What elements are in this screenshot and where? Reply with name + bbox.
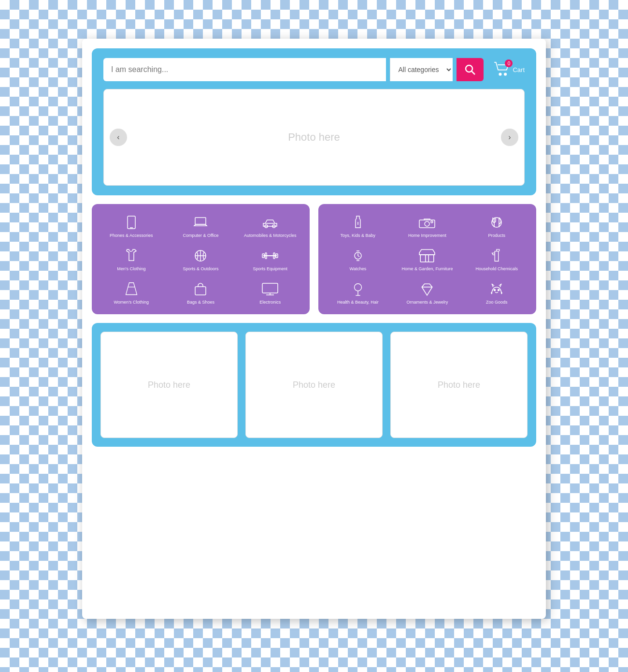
category-item-computer[interactable]: Computer & Office	[167, 212, 235, 240]
banner-prev-button[interactable]: ‹	[110, 129, 127, 146]
cart-icon-wrap[interactable]: 0	[493, 61, 511, 78]
category-label-sports-equipment: Sports Equipment	[253, 266, 287, 272]
svg-rect-16	[262, 283, 278, 293]
category-label-sports: Sports & Outdoors	[183, 266, 218, 272]
category-label-bags: Bags & Shoes	[187, 300, 214, 305]
laptop-icon	[191, 214, 210, 231]
svg-point-37	[498, 289, 500, 291]
photo-placeholder-3: Photo here	[438, 380, 480, 390]
cart-label: Cart	[513, 66, 525, 73]
photo-placeholder-1: Photo here	[148, 380, 190, 390]
category-label-computer: Computer & Office	[183, 233, 219, 238]
category-item-mens-clothing[interactable]: Men's Clothing	[98, 245, 165, 274]
category-item-home-improvement[interactable]: Home Improvement	[394, 212, 461, 240]
svg-rect-6	[195, 218, 206, 224]
store-icon	[417, 247, 437, 264]
category-label-furniture: Home & Garden, Furniture	[401, 266, 453, 272]
photo-box-1: Photo here	[100, 332, 238, 438]
categories-section: Phones & Accessories Computer & Office A…	[92, 204, 536, 314]
svg-point-21	[425, 221, 429, 226]
category-item-products[interactable]: Products	[463, 212, 530, 240]
search-button[interactable]	[457, 58, 484, 81]
mirror-icon	[348, 280, 368, 298]
search-input[interactable]	[103, 58, 386, 81]
category-item-automobiles[interactable]: Automobiles & Motorcycles	[236, 212, 304, 240]
category-label-automobiles: Automobiles & Motorcycles	[244, 233, 297, 238]
photo-box-2: Photo here	[245, 332, 383, 438]
svg-point-36	[494, 289, 496, 291]
svg-point-2	[500, 73, 501, 75]
basketball-icon	[191, 247, 210, 264]
category-panel-left: Phones & Accessories Computer & Office A…	[92, 204, 310, 314]
car-icon	[260, 214, 280, 231]
category-item-sports[interactable]: Sports & Outdoors	[167, 245, 235, 274]
monitor-icon	[260, 280, 280, 298]
svg-point-32	[354, 283, 361, 291]
diamond-icon	[417, 280, 437, 298]
bag-icon	[191, 280, 210, 298]
watch-icon	[348, 247, 368, 264]
cart-badge: 0	[505, 59, 513, 67]
camera-icon	[417, 214, 437, 231]
category-panel-right: Toys, Kids & Baby Home Improvement Produ…	[318, 204, 536, 314]
svg-line-28	[358, 256, 359, 257]
category-item-toys[interactable]: Toys, Kids & Baby	[324, 212, 392, 240]
fork-plate-icon	[487, 214, 506, 231]
search-icon	[464, 64, 476, 75]
category-label-mens-clothing: Men's Clothing	[117, 266, 145, 272]
cat-icon	[487, 280, 506, 298]
svg-line-1	[472, 72, 475, 75]
tshirt-men-icon	[122, 247, 141, 264]
category-label-health: Health & Beauty, Hair	[337, 300, 379, 305]
category-item-bags[interactable]: Bags & Shoes	[167, 278, 235, 307]
svg-rect-29	[421, 255, 434, 262]
banner-area: ‹ Photo here ›	[103, 89, 525, 186]
search-row: All categories 0 Cart	[103, 58, 525, 81]
dress-icon	[122, 280, 141, 298]
category-label-toys: Toys, Kids & Baby	[341, 233, 376, 238]
cart-area: 0 Cart	[493, 61, 525, 78]
cat-grid-left: Phones & Accessories Computer & Office A…	[98, 212, 304, 307]
svg-rect-15	[195, 287, 206, 295]
category-label-household: Household Chemicals	[475, 266, 518, 272]
phone-icon	[122, 214, 141, 231]
category-label-products: Products	[488, 233, 505, 238]
category-item-phones[interactable]: Phones & Accessories	[98, 212, 165, 240]
category-item-sports-equipment[interactable]: Sports Equipment	[236, 245, 304, 274]
category-item-household[interactable]: Household Chemicals	[463, 245, 530, 274]
category-item-jewelry[interactable]: Ornaments & Jewelry	[394, 278, 461, 307]
category-label-zoo: Zoo Goods	[486, 300, 508, 305]
category-label-watches: Watches	[349, 266, 366, 272]
cat-grid-right: Toys, Kids & Baby Home Improvement Produ…	[324, 212, 530, 307]
banner-photo-placeholder: Photo here	[288, 131, 340, 144]
bottle-icon	[348, 214, 368, 231]
svg-point-3	[504, 73, 506, 75]
main-card: All categories 0 Cart	[82, 39, 546, 619]
category-item-womens-clothing[interactable]: Women's Clothing	[98, 278, 165, 307]
category-item-health[interactable]: Health & Beauty, Hair	[324, 278, 392, 307]
category-label-electronics: Electronics	[259, 300, 281, 305]
category-label-womens-clothing: Women's Clothing	[114, 300, 149, 305]
photos-section: Photo here Photo here Photo here	[92, 323, 536, 447]
category-label-jewelry: Ornaments & Jewelry	[406, 300, 448, 305]
svg-point-0	[466, 65, 472, 72]
banner-next-button[interactable]: ›	[501, 129, 518, 146]
category-item-zoo[interactable]: Zoo Goods	[463, 278, 530, 307]
category-item-furniture[interactable]: Home & Garden, Furniture	[394, 245, 461, 274]
category-item-electronics[interactable]: Electronics	[236, 278, 304, 307]
category-label-home-improvement: Home Improvement	[408, 233, 446, 238]
category-label-phones: Phones & Accessories	[110, 233, 153, 238]
svg-point-22	[431, 221, 433, 223]
barbell-icon	[260, 247, 280, 264]
photo-box-3: Photo here	[390, 332, 528, 438]
spray-icon	[487, 247, 506, 264]
svg-rect-4	[128, 216, 135, 229]
header-section: All categories 0 Cart	[92, 48, 536, 195]
photo-placeholder-2: Photo here	[293, 380, 335, 390]
category-item-watches[interactable]: Watches	[324, 245, 392, 274]
category-select[interactable]: All categories	[390, 58, 453, 81]
